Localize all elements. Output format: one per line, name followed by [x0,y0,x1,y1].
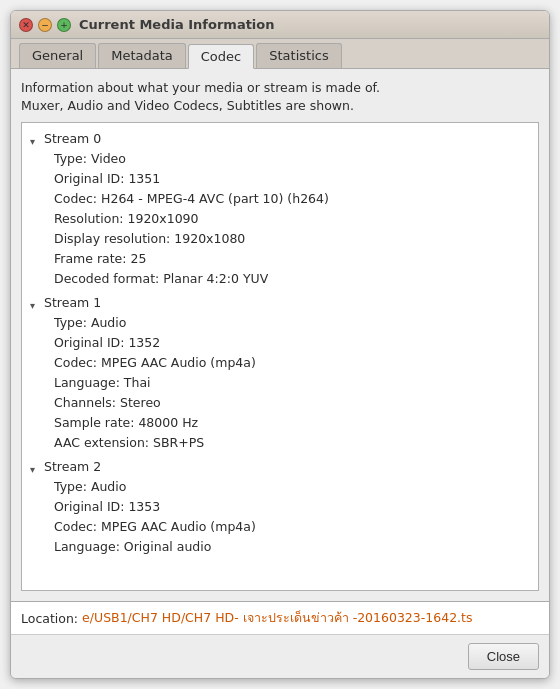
footer: Close [11,634,549,678]
close-window-button[interactable]: ✕ [19,18,33,32]
stream-0-prop-0: Type: Video [54,149,530,169]
stream-2-title: Stream 2 [44,457,101,477]
main-window: ✕ − + Current Media Information General … [10,10,550,679]
minimize-button[interactable]: − [38,18,52,32]
stream-0-header: ▾ Stream 0 [30,129,530,149]
stream-0-prop-5: Frame rate: 25 [54,249,530,269]
stream-0-prop-2: Codec: H264 - MPEG-4 AVC (part 10) (h264… [54,189,530,209]
stream-1-header: ▾ Stream 1 [30,293,530,313]
stream-1-title: Stream 1 [44,293,101,313]
stream-1-prop-4: Channels: Stereo [54,393,530,413]
stream-1-prop-5: Sample rate: 48000 Hz [54,413,530,433]
streams-container: ▾ Stream 0 Type: Video Original ID: 1351… [21,122,539,591]
tab-general[interactable]: General [19,43,96,68]
titlebar: ✕ − + Current Media Information [11,11,549,39]
stream-0-props: Type: Video Original ID: 1351 Codec: H26… [30,149,530,289]
stream-1-prop-3: Language: Thai [54,373,530,393]
stream-0-prop-4: Display resolution: 1920x1080 [54,229,530,249]
stream-2-prop-0: Type: Audio [54,477,530,497]
stream-2-header: ▾ Stream 2 [30,457,530,477]
triangle-icon-1: ▾ [30,298,40,308]
stream-0-prop-1: Original ID: 1351 [54,169,530,189]
stream-2-props: Type: Audio Original ID: 1353 Codec: MPE… [30,477,530,557]
triangle-icon-0: ▾ [30,134,40,144]
stream-1-prop-6: AAC extension: SBR+PS [54,433,530,453]
window-title: Current Media Information [79,17,275,32]
main-content: Information about what your media or str… [11,69,549,601]
location-bar: Location: e/USB1/CH7 HD/CH7 HD- เจาะประเ… [11,601,549,634]
tab-bar: General Metadata Codec Statistics [11,39,549,69]
maximize-button[interactable]: + [57,18,71,32]
stream-1-prop-0: Type: Audio [54,313,530,333]
info-line1: Information about what your media or str… [21,80,380,95]
triangle-icon-2: ▾ [30,462,40,472]
stream-2-prop-3: Language: Original audio [54,537,530,557]
window-controls: ✕ − + [19,18,71,32]
info-line2: Muxer, Audio and Video Codecs, Subtitles… [21,98,354,113]
tab-metadata[interactable]: Metadata [98,43,186,68]
stream-0-prop-6: Decoded format: Planar 4:2:0 YUV [54,269,530,289]
stream-0-prop-3: Resolution: 1920x1090 [54,209,530,229]
stream-2-prop-1: Original ID: 1353 [54,497,530,517]
stream-1-prop-2: Codec: MPEG AAC Audio (mp4a) [54,353,530,373]
close-button[interactable]: Close [468,643,539,670]
tab-statistics[interactable]: Statistics [256,43,341,68]
stream-0-title: Stream 0 [44,129,101,149]
info-description: Information about what your media or str… [21,79,539,114]
stream-2-prop-2: Codec: MPEG AAC Audio (mp4a) [54,517,530,537]
location-label: Location: [21,611,78,626]
stream-1-props: Type: Audio Original ID: 1352 Codec: MPE… [30,313,530,453]
tab-codec[interactable]: Codec [188,44,254,69]
stream-1-prop-1: Original ID: 1352 [54,333,530,353]
location-value: e/USB1/CH7 HD/CH7 HD- เจาะประเด็นข่าวค้า… [82,608,472,628]
